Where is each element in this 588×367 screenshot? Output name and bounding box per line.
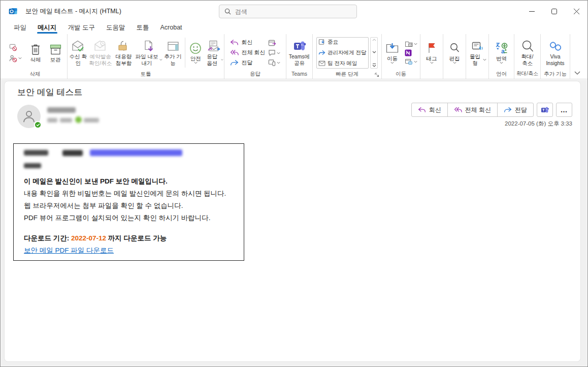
tab-acrobat[interactable]: Acrobat [154,22,187,34]
large-attachment-button[interactable]: 대용량 첨부함 [113,38,135,67]
tab-help[interactable]: 도움말 [101,22,131,34]
button-label: 번역 [496,55,507,62]
reply-arrow-icon [418,107,426,113]
tab-totle[interactable]: 토틀 [130,22,154,34]
scheduled-send-button: 예약발송 확인/취소 [88,38,112,67]
ribbon-group-tags: 태그 [420,34,443,79]
close-button[interactable] [565,1,587,22]
reply-options-button[interactable]: 응답 옵션 [204,38,223,67]
share-to-teams-button[interactable]: Teams에 공유 [287,38,312,67]
folder-paperclip-icon [117,39,130,53]
maximize-button[interactable] [543,1,565,22]
body-line: PDF 뷰어 프로그램이 설치되어 있는지 확인 하시기 바랍니다. [24,212,237,224]
redacted-email-link[interactable] [90,149,182,156]
ignore-button[interactable] [9,43,22,51]
zoom-magnifier-icon [521,39,534,53]
quick-step-team-email[interactable]: 팀 전자 메일 [318,60,367,67]
smiley-icon [189,41,202,55]
download-deadline-date: 2022-07-12 [71,234,106,242]
chevron-down-icon [277,52,280,54]
envelope-clock-icon [93,39,107,53]
teams-icon [540,106,549,114]
file-export-button[interactable]: 파일 내보내기 [135,38,162,67]
group-label-editing [444,70,465,79]
translate-button[interactable]: a 번역 [491,40,512,65]
redacted-sender-name [47,107,76,113]
tab-message[interactable]: 메시지 [32,22,62,34]
button-label: 보관 [50,56,61,63]
zoom-button[interactable]: 확대/축소 [517,38,538,67]
body-line: 내용 확인을 위한 비밀번호는 메일 발신인에게 문의 하시면 됩니다. [24,188,237,200]
editing-button[interactable]: 편집 [445,40,464,65]
ribbon-group-addins: Viva Insights 추가 기능 [541,34,570,79]
reply-button[interactable]: 회신 [412,103,448,116]
im-reply-button[interactable] [268,49,280,56]
meeting-reply-button[interactable] [268,39,280,47]
button-label: 이동 [387,55,398,62]
gallery-more-icon[interactable] [372,63,376,67]
chevron-down-icon [277,62,280,64]
button-label: 예약발송 확인/취소 [89,53,112,66]
share-to-teams-button[interactable] [537,103,553,117]
scroll-down-icon[interactable] [372,51,376,53]
download-period-line: 다운로드 기간: 2022-07-12 까지 다운로드 가능 [24,232,237,244]
quick-step-important[interactable]: 중요 [318,39,367,46]
immersive-reader-button[interactable]: 몰입형 [468,38,487,67]
reply-button[interactable]: 회신 [230,39,265,46]
tags-button[interactable]: 태그 [422,40,441,65]
safe-button[interactable]: 안전 [187,40,204,65]
more-actions-button[interactable]: … [556,103,572,117]
dialog-launcher-icon[interactable] [375,73,379,77]
delete-button[interactable]: 삭제 [24,41,47,64]
button-label: 전달 [241,59,252,67]
chevron-down-icon [574,71,580,75]
spacer [24,224,237,232]
sender-avatar[interactable] [17,105,41,128]
viva-insights-icon [548,39,563,53]
button-label: 수신 확인 [68,53,88,66]
chevron-down-icon [194,62,198,64]
move-actions-button[interactable] [405,58,417,65]
title-bar: 보안 메일 테스트 - 메시지 (HTML) [1,1,587,22]
move-button[interactable]: 이동 [383,40,402,65]
add-in-button[interactable]: 추가 기능 [163,38,183,67]
download-link[interactable]: 보안 메일 PDF 파일 다운로드 [24,247,114,254]
reply-all-arrow-icon [454,107,462,113]
group-separator [185,38,185,68]
folder-move-icon [385,41,399,55]
envelope-check-icon [71,39,85,53]
search-box[interactable] [219,5,357,18]
chevron-down-icon [483,58,486,61]
reply-all-button[interactable]: 전체 회신 [448,103,498,116]
forward-arrow-icon [504,107,512,113]
tab-file[interactable]: 파일 [8,22,32,34]
person-icon [21,109,37,124]
minimize-button[interactable] [520,1,543,22]
rules-button[interactable] [405,41,417,47]
ribbon-collapse-button[interactable] [570,34,587,79]
reply-all-button[interactable]: 전체 회신 [230,49,265,56]
redacted-to-label [24,163,41,168]
button-label: 파일 내보내기 [135,53,158,66]
ribbon-group-editing: 편집 [443,34,466,79]
reply-options-icon [207,39,221,53]
group-label-teams: Teams [287,70,312,79]
viva-insights-button[interactable]: Viva Insights [543,38,568,67]
devices-icon [268,59,276,66]
quick-step-forward-manager[interactable]: 관리자에게 전달 [318,49,367,56]
read-receipt-button[interactable]: 수신 확인 [68,38,88,67]
ribbon-group-immersive: 몰입형 [466,34,489,79]
tab-developer[interactable]: 개발 도구 [62,22,101,34]
onenote-button[interactable] [405,49,417,56]
forward-button[interactable]: 전달 [230,59,265,67]
button-label: Teams에 공유 [288,53,311,66]
group-label-language: 언어 [489,70,513,79]
archive-button[interactable]: 보관 [47,41,63,64]
scroll-up-icon[interactable] [372,39,376,41]
button-label: 추가 기능 [163,53,183,66]
junk-button[interactable] [9,54,22,63]
mobile-reply-button[interactable] [268,59,280,66]
search-input[interactable] [235,8,337,15]
chevron-down-icon [159,58,162,61]
forward-button[interactable]: 전달 [498,103,533,116]
